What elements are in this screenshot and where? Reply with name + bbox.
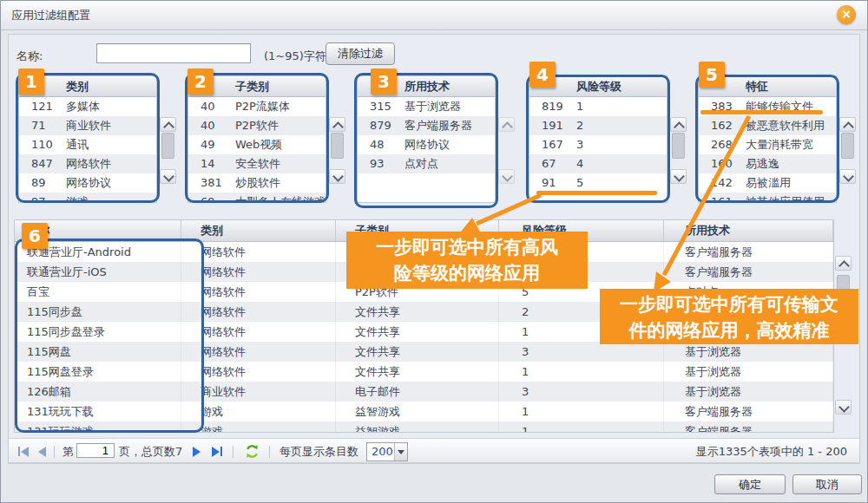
cell-risk: 1	[499, 402, 664, 421]
list-item[interactable]: 847网络软件	[19, 154, 156, 173]
chevron-down-icon	[163, 171, 174, 182]
table-summary: 显示1335个表项中的 1 - 200	[696, 439, 847, 464]
annotation-badge-4: 4	[529, 62, 556, 88]
cell-subcategory: 益智游戏	[336, 421, 499, 433]
scroll-up-button[interactable]	[498, 117, 515, 132]
first-page-icon	[21, 447, 29, 457]
annotation-badge-1: 1	[18, 69, 44, 95]
item-count: 315	[358, 97, 404, 116]
chevron-up-icon	[163, 121, 174, 133]
cell-risk: 3	[499, 342, 664, 362]
list-item[interactable]: 142易被滥用	[699, 173, 836, 193]
chevron-down-icon	[398, 450, 404, 454]
next-page-button[interactable]	[193, 439, 201, 464]
list-scrollbar	[498, 75, 515, 203]
scroll-up-button[interactable]	[329, 117, 345, 132]
table-row[interactable]: 131玩玩下载 游戏 益智游戏 1 客户端服务器	[15, 402, 833, 421]
cancel-button[interactable]: 取消	[792, 474, 862, 494]
clear-filter-button[interactable]: 清除过滤	[326, 42, 395, 65]
list-item[interactable]: 69大型多人在线游戏	[188, 193, 326, 203]
cell-category: 网络软件	[181, 342, 336, 362]
table-row[interactable]: 126邮箱 商业软件 电子邮件 3 基于浏览器	[15, 382, 833, 402]
item-label: P2P流媒体	[235, 97, 326, 116]
item-count: 40	[188, 116, 235, 135]
scrollbar-thumb[interactable]	[672, 133, 685, 159]
cell-subcategory: 电子邮件	[336, 382, 499, 402]
item-label: P2P软件	[235, 116, 326, 135]
next-page-icon	[193, 447, 201, 457]
item-count: 167	[529, 135, 576, 154]
scrollbar-thumb[interactable]	[161, 133, 174, 159]
table-row[interactable]: 115网盘 网络软件 文件共享 3 基于浏览器	[15, 342, 833, 362]
list-item[interactable]: 121多媒体	[19, 97, 156, 116]
list-item[interactable]: 40P2P软件	[188, 116, 326, 135]
close-icon[interactable]: ×	[837, 5, 856, 24]
scroll-up-button[interactable]	[835, 256, 852, 271]
list-item[interactable]: 915	[529, 173, 667, 193]
chevron-down-icon	[502, 171, 513, 182]
scroll-down-button[interactable]	[329, 169, 345, 184]
first-page-button[interactable]	[17, 439, 29, 464]
item-label: 被恶意软件利用	[746, 116, 836, 135]
cell-category: 商业软件	[181, 382, 336, 402]
item-count: 89	[19, 173, 66, 193]
table-row[interactable]: 131玩玩游戏 游戏 益智游戏 1 客户端服务器	[15, 421, 833, 433]
list-item[interactable]: 110通讯	[19, 135, 156, 154]
list-item[interactable]: 48网络协议	[358, 135, 495, 154]
list-item[interactable]: 89网络协议	[19, 173, 156, 193]
refresh-button[interactable]	[245, 439, 260, 464]
list-item[interactable]: 97游戏	[19, 193, 156, 203]
item-count: 71	[19, 116, 66, 135]
item-label: 网络协议	[404, 135, 495, 154]
scroll-down-button[interactable]	[160, 169, 176, 184]
scrollbar-thumb[interactable]	[841, 133, 854, 159]
table-row[interactable]: 115网盘登录 网络软件 文件共享 1 基于浏览器	[15, 362, 833, 382]
per-page-select[interactable]: 200	[366, 442, 408, 461]
list-item[interactable]: 268大量消耗带宽	[699, 135, 836, 154]
item-count: 67	[529, 154, 576, 173]
list-item[interactable]: 40P2P流媒体	[188, 97, 326, 116]
header-cell-technology: 所用技术	[664, 220, 833, 241]
scroll-down-button[interactable]	[498, 169, 515, 184]
prev-page-button[interactable]	[38, 439, 46, 464]
scroll-up-button[interactable]	[670, 117, 687, 132]
cell-name: 115同步盘	[15, 302, 181, 322]
list-item[interactable]: 674	[529, 154, 667, 173]
list-item[interactable]: 71商业软件	[19, 116, 156, 135]
list-item[interactable]: 162被恶意软件利用	[699, 116, 836, 135]
item-label: 2	[576, 116, 667, 135]
cell-subcategory: 文件共享	[336, 342, 499, 362]
list-item[interactable]: 93点对点	[358, 154, 495, 173]
ok-button[interactable]: 确定	[714, 474, 786, 494]
chevron-down-icon	[838, 402, 850, 413]
list-item[interactable]: 879客户端服务器	[358, 116, 495, 135]
scrollbar-thumb[interactable]	[331, 133, 344, 159]
list-item[interactable]: 381炒股软件	[188, 173, 326, 193]
list-item[interactable]: 14安全软件	[188, 154, 326, 173]
scroll-down-button[interactable]	[839, 169, 856, 184]
item-label: 点对点	[404, 154, 495, 173]
item-label: 3	[576, 135, 667, 154]
item-count: 14	[188, 154, 235, 173]
scroll-up-button[interactable]	[160, 117, 176, 132]
item-count: 161	[699, 193, 746, 203]
page-number-input[interactable]	[76, 443, 115, 458]
last-page-button[interactable]	[212, 439, 223, 464]
name-input[interactable]	[96, 43, 251, 63]
list-item[interactable]: 1673	[529, 135, 667, 154]
list-item[interactable]: 160易逃逸	[699, 154, 836, 173]
list-item[interactable]: 1912	[529, 116, 667, 135]
list-scrollbar	[670, 75, 687, 203]
list-item[interactable]: 315基于浏览器	[358, 97, 495, 116]
list-item[interactable]: 8191	[529, 97, 667, 116]
chevron-up-icon	[502, 121, 513, 133]
list-item[interactable]: 161被其他应用使用	[699, 193, 836, 203]
dropdown-button[interactable]	[394, 443, 407, 461]
list-item[interactable]: 49Web视频	[188, 135, 326, 154]
scroll-down-button[interactable]	[835, 400, 852, 415]
scroll-down-button[interactable]	[670, 169, 687, 184]
list-item[interactable]: 383能够传输文件	[699, 97, 836, 116]
app-filter-config-dialog: 应用过滤组配置 × 名称: (1~95)字符 清除过滤 类别 121多媒体71商…	[0, 0, 868, 503]
scroll-up-button[interactable]	[839, 117, 856, 132]
refresh-icon	[245, 444, 260, 459]
